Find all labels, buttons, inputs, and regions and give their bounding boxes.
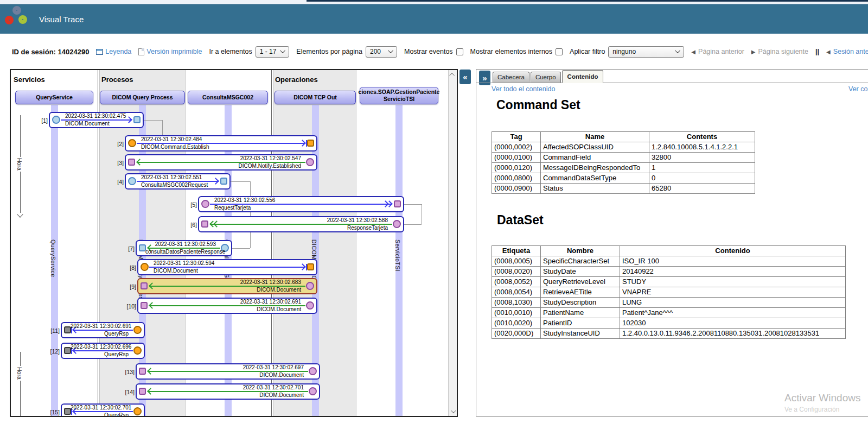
scroll-down-icon[interactable] [449, 407, 457, 416]
show-internal-checkbox[interactable] [556, 48, 563, 55]
tab-cabecera[interactable]: Cabecera [493, 72, 529, 83]
trace-message[interactable]: [2]2022-03-31 12:30:02.484DICOM.Command.… [125, 135, 317, 152]
message-endpoint-icon [128, 177, 136, 185]
trace-message[interactable]: [1]2022-03-31 12:30:02.475DICOM.Document [49, 112, 144, 128]
printable-page-icon [138, 48, 144, 55]
page-title: Visual Trace [39, 15, 84, 24]
logo-ring-green [18, 15, 27, 24]
message-timestamp: 2022-03-31 12:30:02.484 [141, 136, 308, 142]
message-number: [9] [124, 283, 136, 290]
table-cell: (0000,0900) [492, 184, 541, 194]
per-page-label: Elementos por página [296, 48, 362, 55]
toolbar: ID de sesión: 14024290 Leyenda Versión i… [12, 46, 868, 58]
trace-message[interactable]: [10]2022-03-31 12:30:02.691DICOM.Documen… [137, 298, 317, 314]
trace-message[interactable]: [15]2022-03-31 12:30:02.701QueryRsp [61, 403, 145, 416]
filter-select[interactable]: ninguno [608, 46, 684, 58]
message-endpoint-icon [309, 367, 317, 375]
tab-contenido[interactable]: Contenido [562, 70, 604, 83]
message-number: [4] [111, 179, 124, 185]
message-number: [14] [122, 389, 135, 395]
legend-icon [96, 49, 103, 55]
logo-ring-slate [12, 6, 21, 15]
trace-message[interactable]: [8]2022-03-31 12:30:02.594DICOM.Document [137, 259, 317, 275]
prev-session-link[interactable]: ◀Sesión anterior [826, 48, 868, 55]
trace-message[interactable]: [9]2022-03-31 12:30:02.683DICOM.Document [137, 278, 317, 294]
table-cell: (0008,0054) [492, 287, 541, 298]
table-header-cell: Tag [492, 132, 541, 142]
table-cell: (0000,0800) [492, 173, 541, 184]
message-timestamp: 2022-03-31 12:30:02.547 [135, 155, 301, 161]
table-cell: (0008,1030) [492, 298, 541, 308]
trace-diagram-panel: ServiciosProcesosOperacionesQueryService… [10, 69, 458, 417]
table-cell: LUNG [620, 298, 846, 308]
table-cell: 32800 [649, 153, 755, 163]
table-cell: 0 [649, 173, 755, 184]
diagram-column-header[interactable]: DICOM TCP Out [275, 91, 356, 104]
call-connector [231, 181, 250, 182]
call-connector [404, 224, 422, 225]
prev-page-button[interactable]: ◀Página anterior [691, 48, 744, 55]
show-events-checkbox[interactable] [456, 48, 463, 55]
table-row: (0008,0054)RetrieveAETitleVNAPRE [492, 287, 846, 298]
message-name: DICOM.Document [145, 372, 304, 378]
view-all-content-link[interactable]: Ver todo el contenido [492, 85, 555, 93]
message-endpoint-icon [394, 200, 401, 207]
call-connector [162, 120, 163, 135]
trace-message[interactable]: [11]2022-03-31 12:30:02.691QueryRsp [61, 322, 145, 338]
diagram-column-header[interactable]: ciones.SOAP.GestionPaciente ServicioTSI [360, 87, 438, 104]
table-cell: 1 [649, 163, 755, 173]
lane-title: Servicios [14, 75, 45, 84]
table-row: (0010,0010)PatientNamePatient^Jane^^^ [492, 308, 846, 318]
lifeline-label: QueryService [50, 239, 56, 277]
table-cell: SpecificCharacterSet [541, 256, 620, 267]
diagram-column-header[interactable]: QueryService [15, 91, 93, 104]
table-cell: RetrieveAETitle [541, 287, 620, 298]
diagram-column-header[interactable]: DICOM Query Process [100, 91, 185, 104]
trace-message[interactable]: [6]2022-03-31 12:30:02.588ResponseTarjet… [198, 216, 404, 232]
table-header-cell: Name [541, 132, 649, 142]
table-cell: (0008,0005) [492, 256, 541, 267]
tab-cuerpo[interactable]: Cuerpo [531, 72, 561, 83]
next-page-button[interactable]: ▶Página siguiente [751, 48, 808, 55]
table-cell: StudyDescription [541, 298, 620, 308]
diagram-scrollbar[interactable] [448, 70, 457, 416]
message-name: QueryRsp [71, 412, 129, 416]
trace-message[interactable]: [4]2022-03-31 12:30:02.551ConsultaMSGC00… [125, 173, 231, 190]
scroll-up-icon[interactable] [449, 70, 457, 79]
table-cell: 102030 [620, 318, 846, 329]
trace-message[interactable]: [12]2022-03-31 12:30:02.696QueryRsp [61, 343, 145, 359]
goto-elements-select[interactable]: 1 - 17 [256, 46, 290, 58]
collapse-diagram-button[interactable]: « [459, 70, 471, 84]
diagram-column-header[interactable]: ConsultaMSGC002 [188, 91, 268, 104]
command-set-table: TagNameContents(0000,0002)AffectedSOPCla… [492, 131, 755, 194]
call-connector [422, 204, 422, 224]
table-cell: 65280 [649, 184, 755, 194]
visual-trace-page: Visual Trace ID de sesión: 14024290 Leye… [0, 0, 868, 429]
table-header-cell: Contenido [620, 246, 846, 256]
message-endpoint-icon [306, 158, 314, 166]
message-timestamp: 2022-03-31 12:30:02.696 [71, 344, 129, 350]
message-endpoint-icon [133, 116, 141, 123]
message-timestamp: 2022-03-31 12:30:02.593 [145, 241, 216, 247]
table-row: (0008,0052)QueryRetrieveLevelSTUDY [492, 277, 846, 287]
command-set-title: Command Set [496, 98, 580, 112]
message-inspector-panel: » Cabecera Cuerpo Contenido Ver todo el … [476, 69, 868, 417]
message-endpoint-icon [393, 220, 401, 228]
view-right-link[interactable]: Ver co [848, 85, 867, 93]
trace-message[interactable]: [3]2022-03-31 12:30:02.547DICOM.Notify.E… [125, 154, 317, 171]
trace-message[interactable]: [14]2022-03-31 12:30:02.701DICOM.Documen… [136, 383, 320, 400]
trace-message[interactable]: [5]2022-03-31 12:30:02.556RequestTarjeta [198, 196, 404, 212]
printable-link[interactable]: Versión imprimible [138, 48, 202, 55]
lifeline-label: ServicioTSI [394, 239, 401, 272]
trace-message[interactable]: [13]2022-03-31 12:30:02.697DICOM.Documen… [136, 363, 320, 380]
per-page-select[interactable]: 200 [366, 46, 397, 58]
dataset-table: EtiquetaNombreContenido(0008,0005)Specif… [492, 245, 846, 339]
message-endpoint-icon [307, 263, 314, 270]
message-timestamp: 2022-03-31 12:30:02.594 [154, 260, 308, 266]
table-cell: STUDY [620, 277, 846, 287]
table-cell: 20140922 [620, 267, 846, 277]
legend-link[interactable]: Leyenda [96, 48, 131, 55]
table-cell: VNAPRE [620, 287, 846, 298]
trace-message[interactable]: [7]2022-03-31 12:30:02.593consultaDatosP… [136, 240, 232, 256]
table-row: (0000,0900)Status65280 [492, 184, 755, 194]
